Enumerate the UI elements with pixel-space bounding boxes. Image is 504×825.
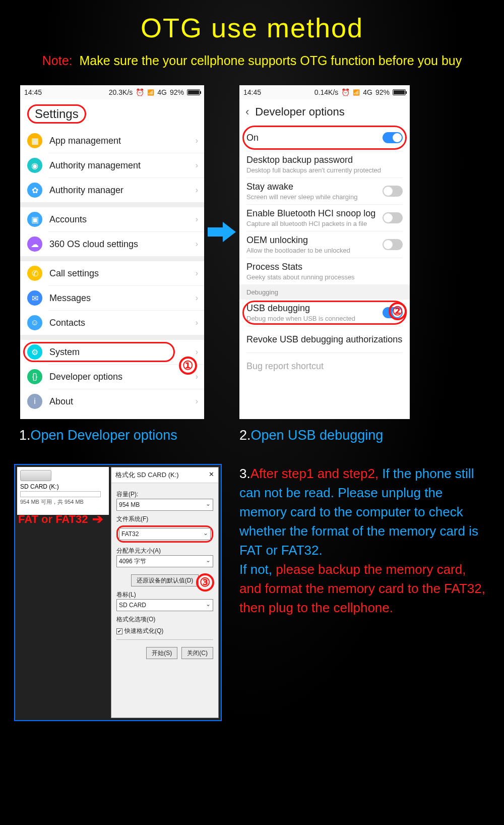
row-icon: ☺ <box>27 315 42 330</box>
row-icon: ◉ <box>27 158 42 173</box>
dev-row[interactable]: Bug report shortcut <box>239 353 410 379</box>
format-options-label: 格式化选项(O) <box>116 615 213 624</box>
status-pct: 92% <box>375 88 390 96</box>
toggle-switch[interactable] <box>383 212 403 223</box>
row-icon: {} <box>27 369 42 384</box>
sd-title: SD CARD (K:) <box>20 483 106 490</box>
row-label: Authority manager <box>49 185 123 196</box>
dev-title: Developer options <box>255 105 344 119</box>
dev-row[interactable]: OEM unlockingAllow the bootloader to be … <box>239 231 410 258</box>
dev-row[interactable]: Desktop backup passwordDesktop full back… <box>239 151 410 178</box>
dev-row-sub: Allow the bootloader to be unlocked <box>246 247 403 254</box>
row-label: Developer options <box>49 372 122 382</box>
unit-select[interactable]: 4096 字节 <box>116 555 213 567</box>
dev-row-label: Enable Bluetooth HCI snoop log <box>246 208 403 219</box>
dev-row-label: Bug report shortcut <box>246 361 403 372</box>
row-icon: ☁ <box>27 237 42 252</box>
chevron-right-icon: › <box>196 186 198 195</box>
note-label: Note: <box>42 53 73 68</box>
row-icon: ✿ <box>27 183 42 198</box>
dev-row[interactable]: Stay awakeScreen will never sleep while … <box>239 178 410 204</box>
chevron-right-icon: › <box>196 269 198 278</box>
quick-format-checkbox[interactable]: ✔ 快速格式化(Q) <box>116 627 213 635</box>
row-icon: ▣ <box>27 212 42 227</box>
dev-row[interactable]: Process StatsGeeky stats about running p… <box>239 258 410 284</box>
row-icon: i <box>27 394 42 409</box>
caption-1: 1.Open Developer options <box>19 428 177 443</box>
caption-2: 2.Open USB debugging <box>239 428 383 443</box>
chevron-right-icon: › <box>196 372 198 381</box>
settings-phone: 14:45 20.3K/s ⏰ 📶 4G 92% Settings ▦ App … <box>20 85 204 419</box>
row-label: Contacts <box>49 318 85 328</box>
settings-header: Settings <box>20 99 204 129</box>
settings-row[interactable]: ☺ Contacts › <box>20 311 204 335</box>
format-dialog: 格式化 SD CARD (K:) ✕ 容量(P): 954 MB 文件系统(F)… <box>111 467 219 718</box>
restore-defaults-button[interactable]: 还原设备的默认值(D) <box>131 574 199 586</box>
start-button[interactable]: 开始(S) <box>146 647 177 659</box>
toggle-switch[interactable] <box>383 239 403 250</box>
dev-row-label: Process Stats <box>246 262 403 272</box>
dev-header: ‹ Developer options <box>239 99 410 125</box>
row-icon: ▦ <box>27 133 42 148</box>
close-button[interactable]: 关闭(C) <box>181 647 213 659</box>
signal-icon: 📶 <box>147 89 154 96</box>
status-net: 4G <box>363 88 372 96</box>
settings-row[interactable]: ✉ Messages › <box>20 286 204 310</box>
settings-row[interactable]: ▣ Accounts › <box>20 207 204 231</box>
dev-row[interactable]: Revoke USB debugging authorizations <box>239 326 410 352</box>
arrow-icon <box>208 222 236 242</box>
chevron-right-icon: › <box>196 161 198 170</box>
toggle-switch[interactable] <box>383 132 403 143</box>
chevron-right-icon: › <box>196 215 198 224</box>
chevron-right-icon: › <box>196 397 198 406</box>
signal-icon: 📶 <box>353 89 360 96</box>
filesystem-highlight: FAT32 <box>116 525 213 543</box>
dev-row[interactable]: On <box>239 125 410 151</box>
settings-title-highlight: Settings <box>27 104 86 124</box>
dev-row[interactable]: USB debuggingDebug mode when USB is conn… <box>239 300 410 326</box>
dev-row-sub: Desktop full backups aren't currently pr… <box>246 166 403 174</box>
settings-row[interactable]: {} Developer options › <box>20 365 204 389</box>
fat-annotation: FAT or FAT32 ➔ <box>18 511 103 527</box>
chevron-right-icon: › <box>196 240 198 249</box>
settings-row[interactable]: ◉ Authority management › <box>20 153 204 178</box>
dev-row[interactable]: Enable Bluetooth HCI snoop logCapture al… <box>239 205 410 231</box>
step-3-text: 3.After step1 and step2, If the phone st… <box>239 464 490 617</box>
settings-row[interactable]: ▦ App management › <box>20 129 204 153</box>
back-icon[interactable]: ‹ <box>245 105 249 119</box>
filesystem-select[interactable]: FAT32 <box>119 528 211 540</box>
capacity-select[interactable]: 954 MB <box>116 499 213 511</box>
chevron-right-icon: › <box>196 318 198 327</box>
sd-drive-panel: SD CARD (K:) 954 MB 可用，共 954 MB <box>17 467 109 515</box>
status-speed: 20.3K/s <box>109 88 133 96</box>
settings-row[interactable]: i About › <box>20 389 204 414</box>
status-bar: 14:45 20.3K/s ⏰ 📶 4G 92% <box>20 85 204 99</box>
volume-input[interactable]: SD CARD <box>116 599 213 611</box>
unit-label: 分配单元大小(A) <box>116 547 213 555</box>
developer-options-phone: 14:45 0.14K/s ⏰ 📶 4G 92% ‹ Developer opt… <box>239 85 410 419</box>
row-icon: ✉ <box>27 290 42 306</box>
alarm-icon: ⏰ <box>136 88 144 96</box>
step-marker-3: ③ <box>196 573 214 592</box>
row-label: Accounts <box>49 214 87 225</box>
battery-icon <box>187 89 200 95</box>
chevron-right-icon: › <box>196 136 198 145</box>
settings-row[interactable]: ✆ Call settings › <box>20 261 204 285</box>
volume-label: 卷标(L) <box>116 591 213 599</box>
toggle-switch[interactable] <box>383 186 403 197</box>
row-label: App management <box>49 136 121 146</box>
dev-row-label: Stay awake <box>246 182 403 192</box>
close-icon[interactable]: ✕ <box>209 470 214 480</box>
alarm-icon: ⏰ <box>341 88 350 96</box>
settings-row[interactable]: ⚙ System › <box>20 340 204 364</box>
chevron-right-icon: › <box>196 293 198 303</box>
drive-icon <box>20 470 51 481</box>
status-time: 14:45 <box>243 88 261 96</box>
arrow-right-icon: ➔ <box>92 511 103 527</box>
dev-row-label: Desktop backup password <box>246 155 403 165</box>
settings-row[interactable]: ✿ Authority manager › <box>20 178 204 202</box>
step-marker-2: ② <box>389 302 407 320</box>
dev-row-sub: Geeky stats about running processes <box>246 273 403 281</box>
row-icon: ✆ <box>27 266 42 281</box>
settings-row[interactable]: ☁ 360 OS cloud settings › <box>20 232 204 256</box>
